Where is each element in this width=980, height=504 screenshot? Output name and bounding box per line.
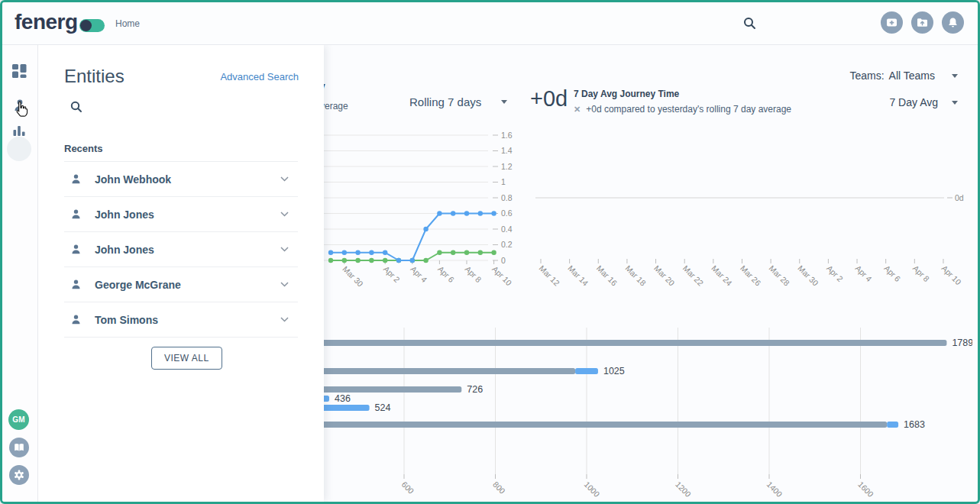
card-plus-icon — [886, 17, 898, 28]
rolling-period-value: Rolling 7 days — [409, 95, 481, 108]
help-docs-button[interactable] — [9, 438, 29, 457]
chevron-down-icon — [952, 101, 958, 105]
nav-dashboard-icon[interactable] — [12, 64, 27, 81]
svg-text:Mar 28: Mar 28 — [768, 263, 792, 288]
svg-text:Mar 22: Mar 22 — [681, 263, 706, 288]
nav-home[interactable]: Home — [115, 18, 140, 29]
chevron-down-icon[interactable] — [280, 247, 289, 252]
upload-button[interactable] — [911, 11, 933, 34]
avg-period-value: 7 Day Avg — [889, 96, 938, 108]
person-icon — [70, 314, 82, 325]
svg-text:726: 726 — [467, 384, 483, 395]
svg-text:Mar 26: Mar 26 — [739, 263, 763, 288]
svg-text:600: 600 — [400, 480, 416, 496]
view-all-button[interactable]: VIEW ALL — [151, 347, 222, 370]
gear-icon — [14, 470, 24, 480]
book-icon — [14, 442, 24, 453]
svg-text:1789: 1789 — [952, 338, 972, 348]
svg-text:Mar 14: Mar 14 — [566, 263, 590, 288]
recent-entity-row[interactable]: George McGrane — [64, 267, 298, 302]
svg-text:Apr 8: Apr 8 — [911, 263, 931, 283]
rolling-7-day-line-chart: 00.20.40.60.811.21.41.6Mar 30Apr 2Apr 4A… — [293, 124, 522, 308]
svg-text:0.6: 0.6 — [501, 208, 513, 218]
svg-text:Apr 8: Apr 8 — [464, 264, 484, 284]
person-icon — [70, 279, 82, 290]
teams-filter-label: Teams: — [849, 69, 884, 82]
logo-pill — [79, 19, 105, 32]
chevron-down-icon[interactable] — [280, 317, 289, 322]
svg-text:0: 0 — [501, 256, 506, 265]
clipped-chart-subtitle-fragment: verage — [320, 101, 348, 111]
entities-panel: Entities Advanced Search Recents John We… — [37, 45, 324, 502]
recent-entity-row[interactable]: John Jones — [64, 231, 298, 267]
nav-entities-icon[interactable] — [13, 99, 27, 115]
svg-text:1000: 1000 — [583, 480, 602, 499]
svg-text:Apr 4: Apr 4 — [854, 263, 874, 283]
svg-text:524: 524 — [375, 402, 391, 413]
recent-entity-row[interactable]: John Webhook — [64, 161, 298, 196]
avg-period-dropdown[interactable]: 7 Day Avg — [889, 96, 958, 108]
top-header: fenerg Home — [2, 2, 978, 45]
svg-text:Apr 6: Apr 6 — [436, 264, 456, 284]
notifications-button[interactable] — [942, 11, 964, 34]
logo-text: fenerg — [15, 10, 78, 34]
settings-button[interactable] — [9, 465, 29, 485]
fenergo-logo[interactable]: fenerg — [15, 10, 105, 34]
chevron-down-icon — [952, 74, 958, 78]
journey-delta-chart: 0dMar 12Mar 14Mar 16Mar 18Mar 20Mar 22Ma… — [529, 124, 972, 308]
svg-text:Apr 10: Apr 10 — [490, 264, 513, 287]
nav-reports-icon[interactable] — [12, 124, 26, 141]
close-icon[interactable]: ✕ — [574, 105, 581, 115]
chevron-down-icon[interactable] — [280, 176, 289, 182]
journey-delta-title: 7 Day Avg Journey Time — [574, 89, 679, 99]
advanced-search-link[interactable]: Advanced Search — [220, 71, 299, 82]
entities-panel-title: Entities — [64, 66, 125, 87]
recent-entity-row[interactable]: Tom Simons — [64, 302, 298, 338]
teams-filter-value: All Teams — [889, 69, 935, 82]
svg-text:Mar 18: Mar 18 — [624, 263, 648, 288]
person-icon — [70, 173, 82, 185]
recent-entity-row[interactable]: John Jones — [64, 196, 298, 231]
svg-text:800: 800 — [491, 480, 507, 496]
recent-entity-name: Tom Simons — [95, 314, 280, 326]
journey-delta-subtitle-text: +0d compared to yesterday's rolling 7 da… — [586, 104, 791, 115]
chevron-down-icon[interactable] — [280, 282, 289, 287]
journey-delta-value: +0d — [530, 86, 568, 111]
chevron-down-icon — [501, 100, 507, 104]
svg-text:Apr 4: Apr 4 — [409, 264, 429, 284]
svg-text:Mar 20: Mar 20 — [652, 263, 677, 288]
svg-text:1.6: 1.6 — [501, 131, 513, 140]
add-entity-button[interactable] — [881, 11, 903, 34]
svg-text:1600: 1600 — [856, 480, 875, 499]
journey-delta-subtitle: ✕ +0d compared to yesterday's rolling 7 … — [574, 104, 791, 115]
svg-text:0d: 0d — [955, 193, 964, 202]
svg-text:1400: 1400 — [765, 480, 784, 499]
journey-time-bar-chart: 6008001000120014001600178910257264365241… — [293, 325, 972, 504]
svg-text:436: 436 — [335, 393, 351, 404]
teams-filter[interactable]: Teams: All Teams — [849, 69, 958, 82]
bell-icon — [947, 17, 959, 28]
svg-text:1025: 1025 — [603, 366, 625, 376]
svg-text:0.8: 0.8 — [501, 193, 513, 202]
person-icon — [70, 208, 82, 220]
recents-list: John Webhook John Jones John Jones Georg… — [64, 161, 298, 338]
svg-text:Mar 24: Mar 24 — [710, 263, 734, 288]
recent-entity-name: John Jones — [95, 208, 280, 221]
left-icon-rail: GM — [2, 45, 38, 502]
svg-text:1.4: 1.4 — [501, 146, 513, 155]
chevron-down-icon[interactable] — [280, 212, 289, 217]
svg-text:0.4: 0.4 — [501, 225, 513, 234]
person-icon — [70, 244, 82, 255]
svg-text:0.2: 0.2 — [501, 240, 513, 249]
svg-text:Apr 2: Apr 2 — [382, 264, 402, 284]
rolling-period-dropdown[interactable]: Rolling 7 days — [409, 95, 507, 108]
user-avatar[interactable]: GM — [8, 409, 29, 430]
entities-search-icon[interactable] — [70, 101, 82, 116]
recents-label: Recents — [64, 143, 103, 154]
svg-text:1683: 1683 — [904, 419, 925, 430]
svg-text:Mar 30: Mar 30 — [796, 263, 820, 288]
svg-text:1200: 1200 — [674, 480, 693, 499]
header-search-icon[interactable] — [743, 17, 756, 33]
svg-text:Apr 6: Apr 6 — [882, 263, 902, 283]
svg-text:Apr 2: Apr 2 — [825, 263, 845, 283]
